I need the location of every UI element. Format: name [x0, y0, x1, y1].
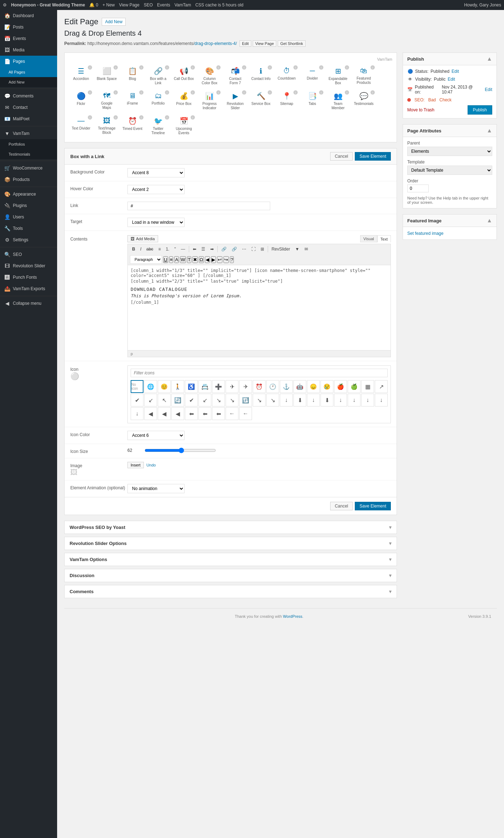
icon-cell[interactable]: ↖: [158, 394, 171, 407]
add-media-button[interactable]: 🖼 Add Media: [127, 235, 158, 242]
paste-word-button[interactable]: W: [180, 256, 186, 263]
element-price-box[interactable]: 💰 Price Box i: [172, 89, 196, 108]
paragraph-select[interactable]: Paragraph: [130, 255, 162, 264]
element-contact-info[interactable]: ℹ Contact Info i: [249, 64, 273, 84]
accordion-header-wordpress-seo[interactable]: WordPress SEO by Yoast ▾: [65, 521, 397, 534]
page-attributes-header[interactable]: Page Attributes ▲: [403, 125, 497, 137]
icon-size-slider[interactable]: [145, 448, 216, 453]
sidebar-item-users[interactable]: 👤 Users: [0, 211, 57, 223]
icon-cell[interactable]: ◀: [158, 407, 171, 420]
blockquote-button[interactable]: ": [172, 246, 178, 253]
element-text-divider[interactable]: — Text Divider i: [69, 114, 93, 133]
element-call-out-box[interactable]: 📢 Call Out Box i: [172, 64, 196, 84]
seo-link[interactable]: SEO: [144, 2, 153, 7]
element-contact-form-7[interactable]: 📬 Contact Form 7 i: [223, 64, 247, 88]
icon-cell[interactable]: ⬅: [198, 407, 211, 420]
add-new-button[interactable]: Add New: [102, 18, 126, 26]
sidebar-item-add-new[interactable]: Add New: [0, 77, 57, 87]
parent-select[interactable]: Elements: [407, 147, 492, 156]
element-timed-event[interactable]: ⏰ Timed Event i: [120, 114, 145, 133]
underline-button[interactable]: U: [163, 256, 168, 263]
icon-cell[interactable]: ✈: [226, 380, 238, 393]
sidebar-item-posts[interactable]: 📝 Posts: [0, 21, 57, 33]
view-page-button[interactable]: View Page: [253, 40, 276, 47]
cancel-button-bottom[interactable]: Cancel: [330, 502, 353, 510]
element-upcoming-events[interactable]: 📅 Upcoming Events i: [172, 114, 196, 138]
revslider-button[interactable]: RevSlider: [269, 246, 292, 253]
icon-cell[interactable]: ↙: [198, 394, 211, 407]
align-left-button[interactable]: ⬅: [191, 246, 198, 253]
element-portfolio[interactable]: 🗂 Portfolio i: [146, 89, 170, 108]
align-center-button[interactable]: ☰: [199, 246, 207, 253]
sidebar-item-vamtam-exports[interactable]: 📤 VamTam Exports: [0, 283, 57, 294]
align-right-button[interactable]: ➡: [208, 246, 216, 253]
accordion-header-comments[interactable]: Comments ▾: [65, 585, 397, 598]
element-accordion[interactable]: ☰ Accordion i: [69, 64, 93, 84]
admin-bar-logo[interactable]: ⚙: [3, 2, 7, 7]
element-blog[interactable]: 📋 Blog i: [120, 64, 145, 84]
visual-tab[interactable]: Visual: [360, 235, 377, 242]
color-button[interactable]: A: [174, 256, 179, 263]
collapse-page-attributes-icon[interactable]: ▲: [487, 127, 492, 134]
background-color-select[interactable]: Accent 8: [127, 168, 185, 177]
icon-cell[interactable]: ←: [239, 407, 252, 420]
element-flickr[interactable]: 🔵 Flickr i: [69, 89, 93, 108]
notification-count[interactable]: 🔔 0: [89, 2, 98, 7]
remove-format-button[interactable]: ✖: [192, 256, 198, 263]
element-featured-products[interactable]: 🛍 Featured Products i: [352, 64, 376, 87]
sidebar-item-punch-fonts[interactable]: 🅰 Punch Fonts: [0, 272, 57, 283]
sidebar-item-plugins[interactable]: 🔌 Plugins: [0, 200, 57, 211]
sidebar-item-events[interactable]: 📅 Events: [0, 33, 57, 44]
site-name[interactable]: Honeymoon - Great Wedding Theme: [11, 2, 85, 7]
sidebar-item-products[interactable]: 📦 Products: [0, 174, 57, 185]
hover-color-select[interactable]: Accent 2: [127, 185, 185, 194]
element-blank-space[interactable]: ⬜ Blank Space i: [95, 64, 119, 84]
icon-cell[interactable]: ➕: [212, 380, 225, 393]
animation-select[interactable]: No animation: [127, 484, 185, 493]
element-text-image-block[interactable]: 🖼 Text/Image Block i: [95, 114, 119, 137]
update-publish-button[interactable]: Publish: [468, 105, 492, 115]
published-edit-link[interactable]: Edit: [485, 87, 492, 92]
icon-no-icon[interactable]: No icon: [131, 380, 143, 393]
sidebar-item-revolution-slider[interactable]: 🎞 Revolution Slider: [0, 260, 57, 272]
sidebar-item-mailpoet[interactable]: 📧 MailPoet: [0, 113, 57, 125]
cancel-button[interactable]: Cancel: [330, 152, 353, 161]
sidebar-item-appearance[interactable]: 🎨 Appearance: [0, 188, 57, 200]
collapse-publish-icon[interactable]: ▲: [487, 56, 492, 62]
visibility-edit-link[interactable]: Edit: [448, 77, 455, 82]
unlink-button[interactable]: 🔗: [230, 246, 239, 253]
icon-cell[interactable]: ↓: [375, 394, 388, 407]
icon-cell[interactable]: ⬅: [212, 407, 225, 420]
icon-cell[interactable]: ◀: [171, 407, 184, 420]
status-edit-link[interactable]: Edit: [452, 69, 459, 74]
icon-cell[interactable]: ↗: [375, 380, 388, 393]
icon-cell[interactable]: 😊: [158, 380, 171, 393]
icon-cell[interactable]: ✈: [239, 380, 252, 393]
icon-cell[interactable]: 🕐: [266, 380, 279, 393]
icon-filter-input[interactable]: [131, 369, 388, 377]
element-team-member[interactable]: 👥 Team Member i: [326, 89, 350, 113]
sidebar-item-contact[interactable]: ✉ Contact: [0, 102, 57, 113]
undo-link[interactable]: Undo: [146, 463, 156, 467]
icon-cell[interactable]: 🍎: [334, 380, 347, 393]
element-expandable-box[interactable]: ⊞ Expandable Box i: [326, 64, 350, 88]
element-box-with-link[interactable]: 🔗 Box with a Link i: [146, 64, 170, 88]
more-tools-button[interactable]: ▼: [293, 246, 302, 253]
permalink-slug[interactable]: drag-drop-elements-4/: [195, 41, 237, 46]
ordered-list-button[interactable]: 1.: [163, 246, 171, 253]
outdent-button[interactable]: ◀: [205, 256, 210, 263]
text-tab[interactable]: Text: [377, 235, 391, 242]
element-revolution-slider[interactable]: ▶ Revolution Slider i: [223, 89, 247, 113]
sidebar-item-tools[interactable]: 🔧 Tools: [0, 223, 57, 234]
sidebar-item-seo[interactable]: 🔍 SEO: [0, 249, 57, 260]
sidebar-item-portfolios[interactable]: Portfolios: [0, 139, 57, 149]
element-testimonials[interactable]: 💬 Testimonials i: [352, 89, 376, 108]
grid-button[interactable]: ⊞: [258, 246, 266, 253]
sidebar-item-vamtam[interactable]: ▼ VamTam: [0, 128, 57, 139]
icon-cell[interactable]: ↘: [266, 394, 279, 407]
bold-button[interactable]: B: [130, 246, 137, 253]
paste-text-button[interactable]: T: [187, 256, 191, 263]
view-page-link[interactable]: View Page: [119, 2, 140, 7]
sidebar-item-dashboard[interactable]: 🏠 Dashboard: [0, 10, 57, 21]
collapse-featured-image-icon[interactable]: ▲: [487, 217, 492, 224]
